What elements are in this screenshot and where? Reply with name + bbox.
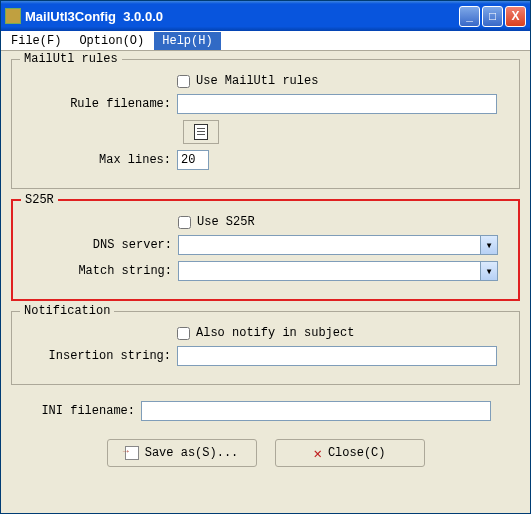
match-string-combo[interactable]: ▾ (178, 261, 498, 281)
menu-help[interactable]: Help(H) (154, 32, 220, 50)
max-lines-input[interactable] (177, 150, 209, 170)
insertion-string-input[interactable] (177, 346, 497, 366)
chevron-down-icon: ▾ (485, 238, 492, 253)
ini-filename-label: INI filename: (11, 404, 141, 418)
match-string-input[interactable] (179, 262, 480, 280)
also-notify-checkbox[interactable] (177, 327, 190, 340)
use-mailutl-rules-checkbox[interactable] (177, 75, 190, 88)
save-icon (125, 446, 139, 460)
group-s25r-legend: S25R (21, 193, 58, 207)
use-s25r-checkbox[interactable] (178, 216, 191, 229)
app-icon (5, 8, 21, 24)
button-bar: Save as(S)... ✕ Close(C) (11, 439, 520, 467)
dns-server-combo[interactable]: ▾ (178, 235, 498, 255)
rule-filename-browse-button[interactable] (183, 120, 219, 144)
menu-file[interactable]: File(F) (3, 32, 69, 50)
save-as-button[interactable]: Save as(S)... (107, 439, 257, 467)
dns-server-input[interactable] (179, 236, 480, 254)
group-notification: Notification Also notify in subject Inse… (11, 311, 520, 385)
client-area: MailUtl rules Use MailUtl rules Rule fil… (1, 51, 530, 475)
match-string-dropdown-button[interactable]: ▾ (480, 262, 497, 280)
maximize-icon: □ (489, 9, 496, 23)
app-window: MailUtl3Config 3.0.0.0 _ □ X File(F) Opt… (0, 0, 531, 514)
use-mailutl-rules-label: Use MailUtl rules (196, 74, 318, 88)
also-notify-label: Also notify in subject (196, 326, 354, 340)
use-s25r-label: Use S25R (197, 215, 255, 229)
group-mailutl-legend: MailUtl rules (20, 52, 122, 66)
insertion-string-label: Insertion string: (22, 349, 177, 363)
minimize-button[interactable]: _ (459, 6, 480, 27)
titlebar: MailUtl3Config 3.0.0.0 _ □ X (1, 1, 530, 31)
menubar: File(F) Option(O) Help(H) (1, 31, 530, 51)
max-lines-label: Max lines: (22, 153, 177, 167)
save-as-label: Save as(S)... (145, 446, 239, 460)
minimize-icon: _ (466, 9, 473, 23)
group-s25r: S25R Use S25R DNS server: ▾ Match string… (11, 199, 520, 301)
chevron-down-icon: ▾ (485, 264, 492, 279)
dns-server-label: DNS server: (23, 238, 178, 252)
close-x-icon: ✕ (313, 445, 321, 462)
rule-filename-input[interactable] (177, 94, 497, 114)
group-mailutl-rules: MailUtl rules Use MailUtl rules Rule fil… (11, 59, 520, 189)
maximize-button[interactable]: □ (482, 6, 503, 27)
group-notification-legend: Notification (20, 304, 114, 318)
close-icon: X (511, 9, 519, 23)
menu-option[interactable]: Option(O) (71, 32, 152, 50)
ini-filename-input[interactable] (141, 401, 491, 421)
close-button[interactable]: ✕ Close(C) (275, 439, 425, 467)
close-label: Close(C) (328, 446, 386, 460)
match-string-label: Match string: (23, 264, 178, 278)
rule-filename-label: Rule filename: (22, 97, 177, 111)
dns-server-dropdown-button[interactable]: ▾ (480, 236, 497, 254)
document-icon (194, 124, 208, 140)
close-window-button[interactable]: X (505, 6, 526, 27)
window-title: MailUtl3Config 3.0.0.0 (25, 9, 459, 24)
